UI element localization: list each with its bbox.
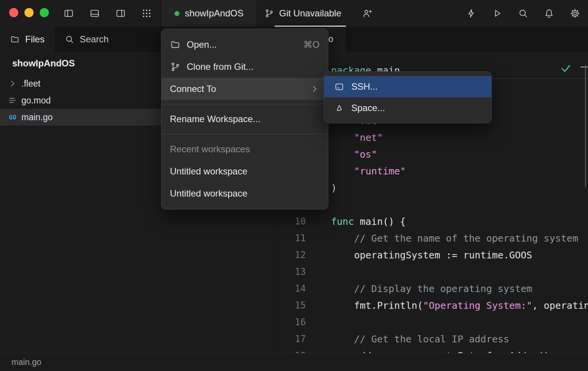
active-tab-indicator: [275, 26, 346, 27]
code-line-13[interactable]: 13: [275, 263, 588, 280]
code-token: "Operating System:": [423, 300, 532, 311]
close-window-button[interactable]: [9, 8, 18, 17]
editor-widget-dash-icon: [580, 66, 588, 68]
menu-section-header: Recent workspaces: [162, 138, 328, 160]
files-tab-label: Files: [25, 34, 45, 45]
menu-item-label: Untitled workspace: [170, 188, 247, 199]
quick-actions-icon[interactable]: [466, 8, 477, 19]
menu-item-label: Clone from Git...: [187, 61, 254, 72]
toggle-right-panel-icon[interactable]: [115, 8, 126, 19]
line-number[interactable]: 14: [275, 283, 306, 294]
tab-files[interactable]: Files: [0, 27, 55, 52]
code-line-15[interactable]: 15 fmt.Println("Operating System:", oper…: [275, 297, 588, 314]
go-file-icon: GO: [8, 114, 18, 121]
line-number[interactable]: 10: [275, 216, 306, 227]
code-line-12[interactable]: 12 operatingSystem := runtime.GOOS: [275, 247, 588, 263]
panel-toggle-group: [63, 0, 126, 27]
submenu-item-label: SSH...: [351, 81, 378, 92]
code-line-18[interactable]: 18 addrs, err := net.InterfaceAddrs(): [275, 347, 588, 353]
statusbar-file: main.go: [11, 357, 41, 367]
submenu-item-space[interactable]: Space...: [324, 97, 491, 119]
minimize-window-button[interactable]: [24, 8, 34, 17]
code-line-11[interactable]: 11 // Get the name of the operating syst…: [275, 230, 588, 247]
submenu-item-ssh[interactable]: SSH...: [324, 76, 491, 97]
line-number[interactable]: 18: [275, 350, 306, 353]
menu-separator: [162, 104, 328, 104]
menu-item-open[interactable]: Open...⌘O: [162, 34, 328, 56]
notifications-bell-icon[interactable]: [544, 8, 554, 19]
workspaces-grid-icon[interactable]: [141, 8, 152, 19]
git-branch-icon: [264, 8, 274, 18]
menu-item-untitled-workspace[interactable]: Untitled workspace: [162, 182, 328, 205]
code-line-17[interactable]: 17 // Get the local IP address: [275, 331, 588, 347]
toggle-bottom-panel-icon[interactable]: [89, 8, 100, 19]
sidebar-search-icon: [65, 34, 74, 44]
tree-item-label: main.go: [21, 112, 53, 123]
code-text: "os": [331, 149, 377, 160]
line-number[interactable]: 13: [275, 266, 306, 277]
code-token: addrs, err := net.InterfaceAddrs(): [331, 350, 549, 353]
toggle-left-panel-icon[interactable]: [63, 8, 74, 19]
code-text: fmt.Println("Operating System:", operati…: [331, 300, 588, 311]
code-text: operatingSystem := runtime.GOOS: [331, 250, 532, 261]
settings-gear-icon[interactable]: [570, 8, 580, 19]
menu-item-label: Connect To: [170, 84, 216, 94]
search-tab-label: Search: [80, 34, 109, 45]
line-number[interactable]: 16: [275, 317, 306, 327]
code-line-14[interactable]: 14 // Display the operating system: [275, 280, 588, 297]
workspace-tab[interactable]: showIpAndOS: [162, 0, 256, 27]
folder-icon: [170, 39, 181, 50]
line-number[interactable]: 11: [275, 233, 306, 244]
menu-item-label: Rename Workspace...: [170, 114, 260, 124]
menu-item-clone-from-git[interactable]: Clone from Git...: [162, 56, 328, 78]
menu-item-connect-to[interactable]: Connect To: [162, 78, 328, 100]
line-number[interactable]: 17: [275, 334, 306, 344]
line-number[interactable]: 15: [275, 300, 306, 311]
inspections-check-icon[interactable]: [560, 62, 572, 74]
chevron-right-icon: [8, 79, 18, 89]
titlebar-actions: [466, 0, 580, 27]
code-line-16[interactable]: 16: [275, 314, 588, 331]
code-token: // Display the operating system: [354, 283, 532, 294]
code-token: "runtime": [354, 166, 405, 177]
submenu-arrow-icon: [310, 84, 320, 94]
code-text: // Get the local IP address: [331, 334, 509, 345]
code-token: [331, 283, 354, 294]
search-icon[interactable]: [518, 8, 528, 19]
menu-item-rename-workspace[interactable]: Rename Workspace...: [162, 108, 328, 130]
workspace-status-dot: [174, 11, 179, 16]
code-token: // Get the name of the operating system: [354, 233, 578, 244]
space-icon: [334, 103, 344, 113]
menu-item-label: Untitled workspace: [170, 166, 247, 177]
menu-item-untitled-workspace[interactable]: Untitled workspace: [162, 160, 328, 182]
code-token: "net": [354, 132, 383, 143]
workspace-tab-label: showIpAndOS: [185, 8, 243, 19]
connect-to-submenu: SSH...Space...: [324, 71, 492, 123]
code-text: "net": [331, 132, 383, 143]
git-status-button[interactable]: Git Unavailable: [261, 0, 344, 27]
line-number[interactable]: 12: [275, 250, 306, 260]
code-token: "os": [354, 149, 377, 160]
zoom-window-button[interactable]: [40, 8, 49, 17]
git-tab-label: Git Unavailable: [279, 8, 341, 19]
tree-item-label: go.mod: [21, 95, 51, 106]
tab-search[interactable]: Search: [55, 27, 119, 52]
code-token: operatingSystem := runtime.GOOS: [331, 250, 532, 261]
invite-collaborator-icon[interactable]: [362, 8, 373, 19]
code-token: [331, 132, 354, 143]
menu-separator: [162, 134, 328, 134]
code-token: [331, 233, 354, 244]
editor-scrollbar[interactable]: [585, 65, 586, 187]
code-token: func: [331, 216, 360, 227]
code-token: fmt.Println(: [331, 300, 423, 311]
code-token: // Get the local IP address: [354, 334, 509, 345]
titlebar: showIpAndOS Git Unavailable: [0, 0, 588, 27]
tree-item-label: .fleet: [21, 79, 40, 89]
code-text: addrs, err := net.InterfaceAddrs(): [331, 350, 549, 353]
code-token: , operatingSystem): [532, 300, 588, 311]
code-text: // Display the operating system: [331, 283, 532, 294]
files-folder-icon: [10, 34, 20, 44]
run-icon[interactable]: [492, 8, 502, 19]
workspace-menu: Open...⌘OClone from Git...Connect ToRena…: [161, 29, 328, 210]
code-line-10[interactable]: 10func main() {: [275, 213, 588, 230]
